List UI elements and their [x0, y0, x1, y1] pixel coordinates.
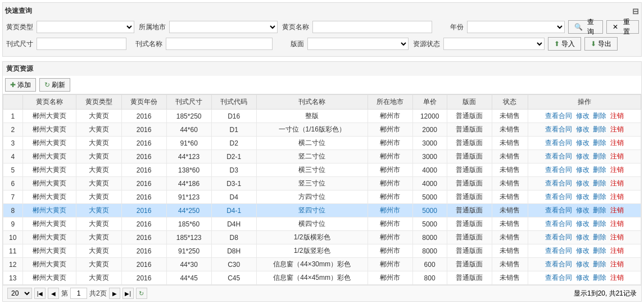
delete-link[interactable]: 删除	[593, 274, 606, 282]
cancel-link[interactable]: 注销	[610, 274, 624, 282]
add-button[interactable]: ✚ 添加	[5, 78, 36, 92]
cancel-link[interactable]: 注销	[610, 247, 624, 255]
select-version[interactable]	[307, 38, 409, 50]
cancel-link[interactable]: 注销	[610, 152, 624, 160]
edit-link[interactable]: 修改	[576, 166, 589, 174]
view-contract-link[interactable]: 查看合同	[545, 125, 572, 133]
cancel-link[interactable]: 注销	[610, 166, 624, 174]
edit-link[interactable]: 修改	[576, 125, 589, 133]
cancel-link[interactable]: 注销	[610, 206, 624, 214]
import-button[interactable]: ⬆ 导入	[548, 37, 581, 51]
input-page-name[interactable]	[312, 21, 432, 33]
cancel-link[interactable]: 注销	[610, 139, 624, 147]
cell-9: 普通版面	[447, 190, 492, 204]
col-print-code: 刊式代码	[211, 95, 256, 110]
cell-6: 整版	[256, 110, 368, 123]
cancel-link[interactable]: 注销	[610, 193, 624, 201]
cell-8: 4000	[412, 177, 447, 190]
select-page-type[interactable]	[37, 21, 134, 33]
delete-link[interactable]: 删除	[593, 247, 606, 255]
delete-link[interactable]: 删除	[593, 112, 606, 120]
delete-link[interactable]: 删除	[593, 220, 606, 228]
select-resource-status[interactable]	[443, 38, 545, 50]
search-icon: 🔍	[574, 23, 583, 31]
cell-3: 2016	[121, 137, 166, 150]
quick-query-title: 快速查询	[5, 6, 32, 16]
view-contract-link[interactable]: 查看合同	[545, 166, 572, 174]
cell-7: 郴州市	[368, 204, 412, 217]
export-button[interactable]: ⬇ 导出	[584, 37, 618, 51]
next-page-button[interactable]: ▶	[109, 288, 120, 299]
view-contract-link[interactable]: 查看合同	[545, 193, 572, 201]
edit-link[interactable]: 修改	[576, 233, 589, 241]
last-page-button[interactable]: ▶|	[123, 288, 134, 299]
view-contract-link[interactable]: 查看合同	[545, 233, 572, 241]
cell-7: 郴州市	[368, 137, 412, 150]
delete-link[interactable]: 删除	[593, 179, 606, 187]
refresh-button[interactable]: ↻ 刷新	[39, 78, 70, 92]
edit-link[interactable]: 修改	[576, 112, 589, 120]
select-city[interactable]	[169, 21, 278, 33]
cancel-link[interactable]: 注销	[610, 233, 624, 241]
table-wrapper[interactable]: 黄页名称 黄页类型 黄页年份 刊式尺寸 刊式代码 刊式名称 所在地市 单价 版面…	[3, 94, 641, 285]
delete-link[interactable]: 删除	[593, 152, 606, 160]
reset-button[interactable]: ✕ 重置	[606, 20, 639, 34]
query-button[interactable]: 🔍 查询	[568, 20, 604, 34]
cancel-link[interactable]: 注销	[610, 220, 624, 228]
cell-3: 2016	[121, 123, 166, 137]
edit-link[interactable]: 修改	[576, 152, 589, 160]
view-contract-link[interactable]: 查看合同	[545, 274, 572, 282]
table-row: 9郴州大黄页大黄页2016185*60D4H横四寸位郴州市5000普通版面未销售…	[3, 217, 641, 231]
edit-link[interactable]: 修改	[576, 179, 589, 187]
cell-7: 郴州市	[368, 177, 412, 190]
view-contract-link[interactable]: 查看合同	[545, 152, 572, 160]
edit-link[interactable]: 修改	[576, 260, 589, 268]
collapse-icon[interactable]: ⊟	[632, 7, 639, 16]
view-contract-link[interactable]: 查看合同	[545, 220, 572, 228]
edit-link[interactable]: 修改	[576, 206, 589, 214]
input-print-name[interactable]	[166, 38, 273, 50]
view-contract-link[interactable]: 查看合同	[545, 206, 572, 214]
col-page-type: 黄页类型	[76, 95, 121, 110]
first-page-button[interactable]: |◀	[34, 288, 46, 299]
cell-8: 4000	[412, 164, 447, 177]
cancel-link[interactable]: 注销	[610, 260, 624, 268]
cell-3: 2016	[121, 110, 166, 123]
cell-3: 2016	[121, 217, 166, 231]
prev-page-button[interactable]: ◀	[48, 288, 59, 299]
cell-2: 大黄页	[76, 137, 121, 150]
view-contract-link[interactable]: 查看合同	[545, 112, 572, 120]
edit-link[interactable]: 修改	[576, 247, 589, 255]
delete-link[interactable]: 删除	[593, 193, 606, 201]
select-year[interactable]	[467, 21, 565, 33]
cell-actions: 查看合同 修改 删除 注销	[528, 110, 641, 123]
edit-link[interactable]: 修改	[576, 274, 589, 282]
page-number-input[interactable]	[70, 288, 87, 299]
delete-link[interactable]: 删除	[593, 139, 606, 147]
cell-2: 大黄页	[76, 110, 121, 123]
cell-7: 郴州市	[368, 217, 412, 231]
view-contract-link[interactable]: 查看合同	[545, 179, 572, 187]
cancel-link[interactable]: 注销	[610, 112, 624, 120]
delete-link[interactable]: 删除	[593, 166, 606, 174]
page-size-select[interactable]: 20 50 100	[7, 288, 32, 299]
cell-9: 普通版面	[447, 164, 492, 177]
delete-link[interactable]: 删除	[593, 260, 606, 268]
edit-link[interactable]: 修改	[576, 139, 589, 147]
delete-link[interactable]: 删除	[593, 206, 606, 214]
view-contract-link[interactable]: 查看合同	[545, 247, 572, 255]
edit-link[interactable]: 修改	[576, 193, 589, 201]
view-contract-link[interactable]: 查看合同	[545, 139, 572, 147]
edit-link[interactable]: 修改	[576, 220, 589, 228]
cancel-link[interactable]: 注销	[610, 125, 624, 133]
page-refresh-button[interactable]: ↻	[136, 288, 147, 299]
quick-query-header: 快速查询 ⊟	[5, 5, 639, 17]
input-print-size[interactable]	[37, 38, 126, 50]
view-contract-link[interactable]: 查看合同	[545, 260, 572, 268]
cell-6: 1/2版横彩色	[256, 231, 368, 244]
main-container: 快速查询 ⊟ 黄页类型 所属地市 黄页名称 年份 🔍	[0, 0, 644, 304]
delete-link[interactable]: 删除	[593, 233, 606, 241]
cell-9: 普通版面	[447, 137, 492, 150]
delete-link[interactable]: 删除	[593, 125, 606, 133]
cancel-link[interactable]: 注销	[610, 179, 624, 187]
